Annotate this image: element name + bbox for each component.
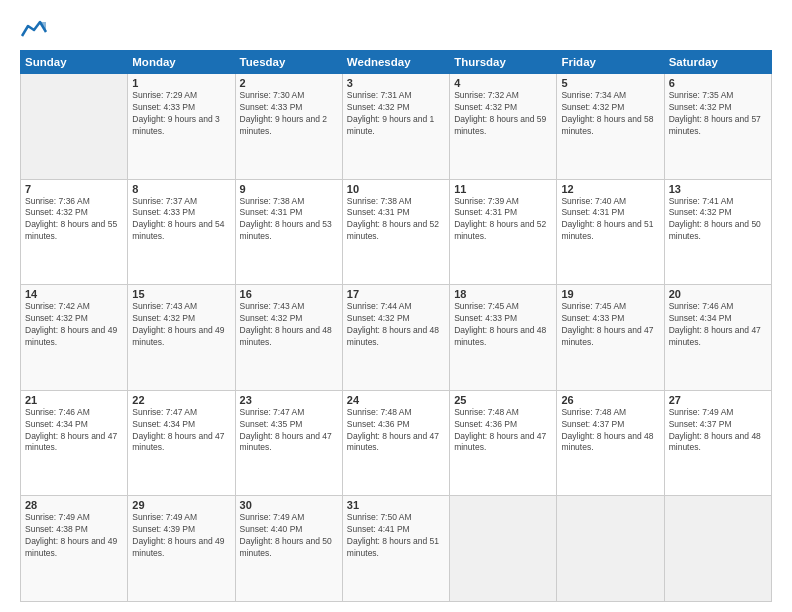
day-number: 31 <box>347 499 445 511</box>
day-number: 16 <box>240 288 338 300</box>
day-header-monday: Monday <box>128 51 235 74</box>
cell-details: Sunrise: 7:50 AMSunset: 4:41 PMDaylight:… <box>347 512 445 560</box>
day-number: 2 <box>240 77 338 89</box>
cell-details: Sunrise: 7:40 AMSunset: 4:31 PMDaylight:… <box>561 196 659 244</box>
page: SundayMondayTuesdayWednesdayThursdayFrid… <box>0 0 792 612</box>
calendar-cell: 12Sunrise: 7:40 AMSunset: 4:31 PMDayligh… <box>557 179 664 285</box>
cell-details: Sunrise: 7:31 AMSunset: 4:32 PMDaylight:… <box>347 90 445 138</box>
cell-details: Sunrise: 7:35 AMSunset: 4:32 PMDaylight:… <box>669 90 767 138</box>
day-number: 10 <box>347 183 445 195</box>
cell-details: Sunrise: 7:46 AMSunset: 4:34 PMDaylight:… <box>669 301 767 349</box>
cell-details: Sunrise: 7:48 AMSunset: 4:36 PMDaylight:… <box>454 407 552 455</box>
calendar-cell: 30Sunrise: 7:49 AMSunset: 4:40 PMDayligh… <box>235 496 342 602</box>
cell-details: Sunrise: 7:38 AMSunset: 4:31 PMDaylight:… <box>347 196 445 244</box>
calendar-cell <box>664 496 771 602</box>
cell-details: Sunrise: 7:42 AMSunset: 4:32 PMDaylight:… <box>25 301 123 349</box>
day-number: 5 <box>561 77 659 89</box>
day-number: 28 <box>25 499 123 511</box>
cell-details: Sunrise: 7:37 AMSunset: 4:33 PMDaylight:… <box>132 196 230 244</box>
calendar-cell: 15Sunrise: 7:43 AMSunset: 4:32 PMDayligh… <box>128 285 235 391</box>
calendar-cell: 10Sunrise: 7:38 AMSunset: 4:31 PMDayligh… <box>342 179 449 285</box>
day-number: 18 <box>454 288 552 300</box>
logo-icon <box>20 18 48 40</box>
calendar-table: SundayMondayTuesdayWednesdayThursdayFrid… <box>20 50 772 602</box>
day-number: 29 <box>132 499 230 511</box>
cell-details: Sunrise: 7:41 AMSunset: 4:32 PMDaylight:… <box>669 196 767 244</box>
day-number: 23 <box>240 394 338 406</box>
header <box>20 18 772 40</box>
cell-details: Sunrise: 7:43 AMSunset: 4:32 PMDaylight:… <box>132 301 230 349</box>
cell-details: Sunrise: 7:30 AMSunset: 4:33 PMDaylight:… <box>240 90 338 138</box>
day-number: 27 <box>669 394 767 406</box>
calendar-cell: 8Sunrise: 7:37 AMSunset: 4:33 PMDaylight… <box>128 179 235 285</box>
cell-details: Sunrise: 7:45 AMSunset: 4:33 PMDaylight:… <box>561 301 659 349</box>
cell-details: Sunrise: 7:39 AMSunset: 4:31 PMDaylight:… <box>454 196 552 244</box>
day-number: 20 <box>669 288 767 300</box>
calendar-cell: 19Sunrise: 7:45 AMSunset: 4:33 PMDayligh… <box>557 285 664 391</box>
calendar-cell: 18Sunrise: 7:45 AMSunset: 4:33 PMDayligh… <box>450 285 557 391</box>
day-number: 21 <box>25 394 123 406</box>
day-number: 11 <box>454 183 552 195</box>
day-number: 12 <box>561 183 659 195</box>
day-header-saturday: Saturday <box>664 51 771 74</box>
day-header-sunday: Sunday <box>21 51 128 74</box>
calendar-cell: 13Sunrise: 7:41 AMSunset: 4:32 PMDayligh… <box>664 179 771 285</box>
day-number: 6 <box>669 77 767 89</box>
cell-details: Sunrise: 7:48 AMSunset: 4:36 PMDaylight:… <box>347 407 445 455</box>
day-number: 14 <box>25 288 123 300</box>
cell-details: Sunrise: 7:48 AMSunset: 4:37 PMDaylight:… <box>561 407 659 455</box>
calendar-cell: 4Sunrise: 7:32 AMSunset: 4:32 PMDaylight… <box>450 74 557 180</box>
day-number: 8 <box>132 183 230 195</box>
day-number: 24 <box>347 394 445 406</box>
day-number: 13 <box>669 183 767 195</box>
calendar-cell: 25Sunrise: 7:48 AMSunset: 4:36 PMDayligh… <box>450 390 557 496</box>
calendar-cell: 2Sunrise: 7:30 AMSunset: 4:33 PMDaylight… <box>235 74 342 180</box>
cell-details: Sunrise: 7:29 AMSunset: 4:33 PMDaylight:… <box>132 90 230 138</box>
calendar-cell: 1Sunrise: 7:29 AMSunset: 4:33 PMDaylight… <box>128 74 235 180</box>
calendar-week-row: 1Sunrise: 7:29 AMSunset: 4:33 PMDaylight… <box>21 74 772 180</box>
day-number: 30 <box>240 499 338 511</box>
day-number: 9 <box>240 183 338 195</box>
calendar-cell: 22Sunrise: 7:47 AMSunset: 4:34 PMDayligh… <box>128 390 235 496</box>
day-header-tuesday: Tuesday <box>235 51 342 74</box>
calendar-cell: 16Sunrise: 7:43 AMSunset: 4:32 PMDayligh… <box>235 285 342 391</box>
day-header-thursday: Thursday <box>450 51 557 74</box>
cell-details: Sunrise: 7:45 AMSunset: 4:33 PMDaylight:… <box>454 301 552 349</box>
cell-details: Sunrise: 7:36 AMSunset: 4:32 PMDaylight:… <box>25 196 123 244</box>
calendar-week-row: 14Sunrise: 7:42 AMSunset: 4:32 PMDayligh… <box>21 285 772 391</box>
day-number: 25 <box>454 394 552 406</box>
calendar-cell: 26Sunrise: 7:48 AMSunset: 4:37 PMDayligh… <box>557 390 664 496</box>
cell-details: Sunrise: 7:49 AMSunset: 4:40 PMDaylight:… <box>240 512 338 560</box>
cell-details: Sunrise: 7:34 AMSunset: 4:32 PMDaylight:… <box>561 90 659 138</box>
calendar-cell <box>450 496 557 602</box>
calendar-cell: 9Sunrise: 7:38 AMSunset: 4:31 PMDaylight… <box>235 179 342 285</box>
calendar-cell: 27Sunrise: 7:49 AMSunset: 4:37 PMDayligh… <box>664 390 771 496</box>
cell-details: Sunrise: 7:47 AMSunset: 4:34 PMDaylight:… <box>132 407 230 455</box>
cell-details: Sunrise: 7:38 AMSunset: 4:31 PMDaylight:… <box>240 196 338 244</box>
calendar-cell: 21Sunrise: 7:46 AMSunset: 4:34 PMDayligh… <box>21 390 128 496</box>
calendar-cell <box>21 74 128 180</box>
day-number: 26 <box>561 394 659 406</box>
calendar-cell: 17Sunrise: 7:44 AMSunset: 4:32 PMDayligh… <box>342 285 449 391</box>
day-number: 4 <box>454 77 552 89</box>
cell-details: Sunrise: 7:49 AMSunset: 4:37 PMDaylight:… <box>669 407 767 455</box>
calendar-header-row: SundayMondayTuesdayWednesdayThursdayFrid… <box>21 51 772 74</box>
calendar-cell: 28Sunrise: 7:49 AMSunset: 4:38 PMDayligh… <box>21 496 128 602</box>
calendar-cell: 29Sunrise: 7:49 AMSunset: 4:39 PMDayligh… <box>128 496 235 602</box>
calendar-week-row: 7Sunrise: 7:36 AMSunset: 4:32 PMDaylight… <box>21 179 772 285</box>
cell-details: Sunrise: 7:43 AMSunset: 4:32 PMDaylight:… <box>240 301 338 349</box>
day-header-friday: Friday <box>557 51 664 74</box>
day-number: 7 <box>25 183 123 195</box>
day-number: 19 <box>561 288 659 300</box>
calendar-week-row: 28Sunrise: 7:49 AMSunset: 4:38 PMDayligh… <box>21 496 772 602</box>
calendar-cell: 14Sunrise: 7:42 AMSunset: 4:32 PMDayligh… <box>21 285 128 391</box>
cell-details: Sunrise: 7:44 AMSunset: 4:32 PMDaylight:… <box>347 301 445 349</box>
calendar-cell: 24Sunrise: 7:48 AMSunset: 4:36 PMDayligh… <box>342 390 449 496</box>
calendar-cell: 23Sunrise: 7:47 AMSunset: 4:35 PMDayligh… <box>235 390 342 496</box>
cell-details: Sunrise: 7:32 AMSunset: 4:32 PMDaylight:… <box>454 90 552 138</box>
cell-details: Sunrise: 7:46 AMSunset: 4:34 PMDaylight:… <box>25 407 123 455</box>
calendar-cell <box>557 496 664 602</box>
day-number: 15 <box>132 288 230 300</box>
calendar-cell: 3Sunrise: 7:31 AMSunset: 4:32 PMDaylight… <box>342 74 449 180</box>
calendar-cell: 5Sunrise: 7:34 AMSunset: 4:32 PMDaylight… <box>557 74 664 180</box>
